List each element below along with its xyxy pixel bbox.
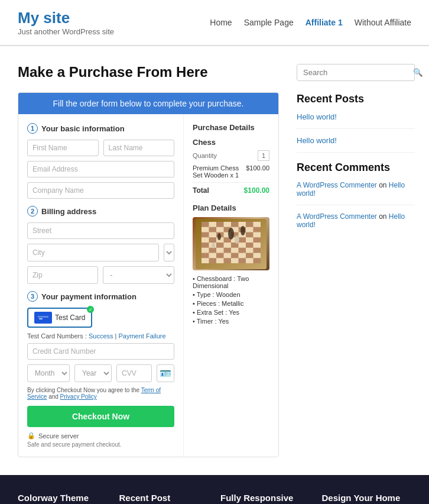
page-title: Make a Purchase From Here — [18, 64, 279, 80]
svg-rect-22 — [216, 243, 224, 248]
lock-icon: 🔒 — [27, 432, 35, 440]
card-option[interactable]: Test Card — [27, 308, 92, 328]
nav-affiliate1[interactable]: Affiliate 1 — [306, 18, 343, 27]
feature-4: Timer : Yes — [193, 318, 269, 325]
test-card-links: Test Card Numbers : Success | Payment Fa… — [27, 332, 174, 340]
nav-without-affiliate[interactable]: Without Affiliate — [355, 18, 411, 27]
svg-rect-36 — [254, 258, 261, 263]
commenter-link-0[interactable]: A WordPress Commenter — [297, 181, 377, 189]
footer-col3-title: Fully Responsive — [220, 493, 310, 503]
post-link-0[interactable]: Hello world! — [297, 112, 415, 121]
site-tagline: Just another WordPress site — [18, 27, 114, 36]
expiry-row: Month Year 🪪 — [27, 364, 174, 382]
company-input[interactable] — [27, 182, 174, 199]
section1-num: 1 — [27, 123, 38, 134]
svg-rect-12 — [254, 227, 261, 232]
name-row — [27, 140, 174, 156]
comment-0: A WordPress Commenter on Hello world! — [297, 181, 415, 198]
cvv-input[interactable] — [116, 364, 152, 382]
form-body: 1 Your basic information — [18, 114, 278, 457]
form-right-panel: Purchase Details Chess Quantity 1 Premiu… — [184, 114, 278, 457]
search-input[interactable] — [297, 64, 408, 80]
quantity-label: Quantity — [193, 152, 217, 159]
footer-col2-title: Recent Post — [119, 493, 209, 503]
svg-rect-32 — [246, 253, 254, 258]
footer-col-4: Design Your Home Express your creativity… — [322, 493, 412, 504]
svg-rect-2 — [39, 318, 43, 319]
email-row — [27, 161, 174, 177]
comment-text-1: on — [379, 212, 389, 221]
total-value: $100.00 — [244, 186, 269, 195]
month-select[interactable]: Month — [27, 364, 70, 382]
test-card-label: Test Card Numbers : — [27, 332, 87, 340]
footer-col-1: Colorway Theme Footer is widgetized. To … — [18, 493, 108, 504]
state-select[interactable]: - — [103, 266, 174, 284]
post-link-1[interactable]: Hello world! — [297, 136, 415, 145]
card-number-row — [27, 343, 174, 360]
form-left-panel: 1 Your basic information — [18, 114, 184, 457]
first-name-input[interactable] — [27, 140, 99, 156]
sidebar: 🔍 Recent Posts Hello world! Hello world!… — [297, 64, 415, 457]
svg-rect-16 — [246, 232, 254, 237]
section3-title: 3 Your payment information — [27, 291, 174, 302]
last-name-input[interactable] — [103, 140, 175, 156]
svg-rect-7 — [231, 222, 239, 227]
svg-point-39 — [217, 233, 221, 240]
svg-rect-34 — [224, 258, 232, 263]
svg-rect-9 — [209, 227, 217, 232]
feature-1: Type : Wooden — [193, 291, 269, 298]
posts-divider-0 — [297, 128, 415, 129]
country-select[interactable]: Country — [164, 244, 174, 261]
svg-rect-13 — [202, 232, 209, 237]
site-header: My site Just another WordPress site Home… — [0, 0, 429, 46]
street-row — [27, 222, 174, 239]
section2-num: 2 — [27, 206, 38, 217]
year-select[interactable]: Year — [74, 364, 112, 382]
terms-text: By clicking Checkout Now you agree to th… — [27, 387, 174, 400]
feature-3: Extra Set : Yes — [193, 309, 269, 316]
svg-rect-21 — [202, 243, 209, 248]
failure-link[interactable]: Payment Failure — [119, 332, 166, 340]
svg-point-37 — [228, 228, 234, 240]
svg-rect-17 — [209, 237, 217, 243]
svg-rect-29 — [202, 253, 209, 258]
city-input[interactable] — [27, 244, 159, 261]
search-button[interactable]: 🔍 — [408, 64, 428, 80]
svg-rect-35 — [239, 258, 246, 263]
quantity-value: 1 — [258, 150, 269, 161]
privacy-link[interactable]: Privacy Policy — [60, 393, 97, 400]
feature-0: Chessboard : Two Dimensional — [193, 275, 269, 289]
main-nav: Home Sample Page Affiliate 1 Without Aff… — [210, 18, 411, 27]
total-line: Total $100.00 — [193, 182, 269, 195]
nav-sample-page[interactable]: Sample Page — [244, 18, 294, 27]
site-name: My site — [18, 9, 114, 27]
quantity-row: Quantity 1 — [193, 150, 269, 161]
svg-rect-25 — [209, 247, 217, 253]
company-row — [27, 182, 174, 199]
section2-label: Billing address — [41, 207, 96, 216]
card-check-icon — [87, 306, 94, 313]
street-input[interactable] — [27, 222, 174, 239]
chess-image — [193, 217, 269, 270]
success-link[interactable]: Success — [89, 332, 113, 340]
product-line: Premium Chess Set Wooden x 1 $100.00 — [193, 164, 269, 179]
email-input[interactable] — [27, 161, 174, 177]
billing-section: 2 Billing address Country — [27, 206, 174, 284]
svg-rect-20 — [254, 237, 261, 243]
svg-rect-19 — [239, 237, 246, 243]
zip-input[interactable] — [27, 266, 98, 284]
svg-rect-30 — [216, 253, 224, 258]
nav-home[interactable]: Home — [210, 18, 232, 27]
product-name: Chess — [193, 138, 269, 147]
svg-rect-26 — [224, 247, 232, 253]
product-price: $100.00 — [246, 164, 269, 179]
section1-label: Your basic information — [41, 124, 125, 133]
section2-title: 2 Billing address — [27, 206, 174, 217]
commenter-link-1[interactable]: A WordPress Commenter — [297, 212, 377, 221]
card-number-input[interactable] — [27, 343, 174, 360]
checkout-button[interactable]: Checkout Now — [27, 406, 174, 427]
total-label: Total — [193, 186, 209, 195]
footer-widgets: Colorway Theme Footer is widgetized. To … — [0, 475, 429, 504]
section1-title: 1 Your basic information — [27, 123, 174, 134]
card-label: Test Card — [55, 314, 85, 322]
